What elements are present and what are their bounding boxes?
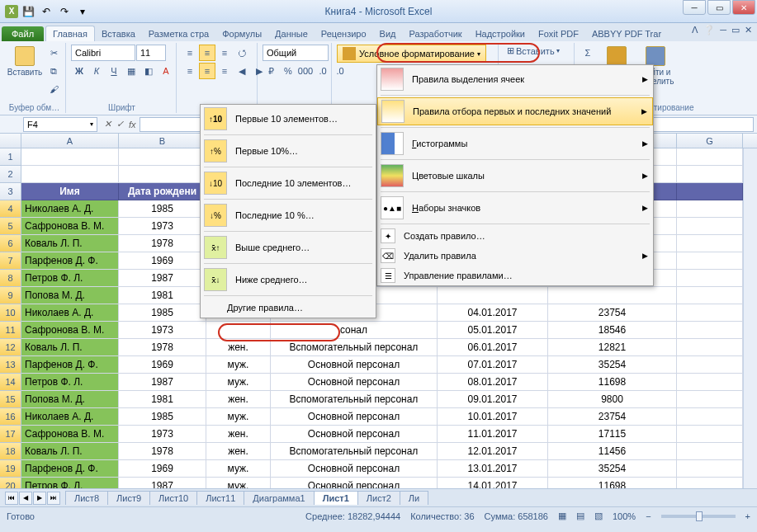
- cell[interactable]: 1973: [119, 218, 206, 235]
- cell[interactable]: 10.01.2017: [438, 408, 548, 426]
- row-header[interactable]: 17: [0, 426, 21, 443]
- conditional-formatting-button[interactable]: Условное форматирование ▾: [337, 45, 486, 63]
- mdi-close-icon[interactable]: ✕: [745, 25, 752, 35]
- menu-new-rule[interactable]: ✦ Создать правило…: [377, 226, 653, 246]
- cell[interactable]: 18546: [548, 322, 677, 339]
- align-right-button[interactable]: ≡: [216, 63, 233, 79]
- cell[interactable]: муж.: [206, 408, 271, 426]
- cell[interactable]: [677, 322, 743, 339]
- percent-button[interactable]: %: [280, 63, 296, 79]
- cell[interactable]: муж.: [206, 478, 271, 488]
- view-pagebreak-icon[interactable]: ▧: [594, 511, 603, 521]
- cell[interactable]: Парфенов Д. Ф.: [21, 356, 119, 374]
- menu-highlight-rules[interactable]: Правила выделения ячеек▶: [377, 65, 653, 93]
- cell[interactable]: Вспомогательный персонал: [271, 391, 438, 408]
- tab-foxit[interactable]: Foxit PDF: [532, 26, 585, 41]
- cell[interactable]: Петров Ф. Л.: [21, 478, 119, 488]
- cell[interactable]: 1978: [119, 443, 206, 460]
- cell[interactable]: [677, 356, 743, 374]
- cell[interactable]: 23754: [548, 304, 677, 322]
- underline-button[interactable]: Ч: [106, 63, 122, 79]
- tab-nav-next[interactable]: ▶: [33, 492, 46, 505]
- cell[interactable]: 11.01.2017: [438, 426, 548, 443]
- number-format-combo[interactable]: Общий: [263, 45, 329, 61]
- zoom-in-button[interactable]: +: [745, 511, 750, 521]
- fx-icon[interactable]: fx: [129, 120, 136, 129]
- cell[interactable]: [206, 322, 271, 339]
- format-painter-button[interactable]: 🖌: [45, 81, 62, 97]
- cell[interactable]: [677, 304, 743, 322]
- save-button[interactable]: 💾: [20, 3, 36, 20]
- cell[interactable]: 1985: [119, 304, 206, 322]
- cell[interactable]: Попова М. Д.: [21, 391, 119, 408]
- italic-button[interactable]: К: [88, 63, 105, 79]
- cell[interactable]: Сафронова В. М.: [21, 218, 119, 235]
- tab-view[interactable]: Вид: [373, 26, 403, 41]
- redo-button[interactable]: ↷: [56, 3, 73, 20]
- tab-review[interactable]: Рецензиро: [315, 26, 373, 41]
- cell[interactable]: Коваль Л. П.: [21, 235, 119, 252]
- zoom-out-button[interactable]: −: [646, 511, 651, 521]
- cell[interactable]: жен.: [206, 426, 271, 443]
- row-header[interactable]: 15: [0, 391, 21, 408]
- border-button[interactable]: ▦: [123, 63, 140, 79]
- cell[interactable]: Сафронова В. М.: [21, 322, 119, 339]
- cell[interactable]: 1969: [119, 252, 206, 270]
- sheet-tab[interactable]: Лист11: [196, 491, 244, 505]
- cell[interactable]: [677, 235, 743, 252]
- sheet-tab[interactable]: Лист10: [149, 491, 197, 505]
- menu-manage-rules[interactable]: ☰ Управление правилами…: [377, 266, 653, 285]
- cell[interactable]: 1973: [119, 426, 206, 443]
- cell[interactable]: Вспомогательный персонал: [271, 443, 438, 460]
- font-name-combo[interactable]: Calibri: [71, 45, 135, 61]
- cell[interactable]: Основной персонал: [271, 426, 438, 443]
- cell[interactable]: 14.01.2017: [438, 478, 548, 488]
- cell[interactable]: 04.01.2017: [438, 304, 548, 322]
- help-icon[interactable]: ❔: [703, 25, 715, 35]
- row-header[interactable]: 3: [0, 183, 21, 200]
- menu-top10-items[interactable]: ↑10 Первые 10 элементов…: [201, 105, 376, 133]
- row-header[interactable]: 16: [0, 408, 21, 426]
- row-header[interactable]: 1: [0, 148, 21, 166]
- cell[interactable]: [548, 287, 677, 304]
- select-all-corner[interactable]: [0, 134, 21, 148]
- indent-dec-button[interactable]: ◀: [234, 63, 250, 79]
- cell[interactable]: [677, 218, 743, 235]
- row-header[interactable]: 19: [0, 460, 21, 478]
- tab-developer[interactable]: Разработчик: [402, 26, 468, 41]
- cell[interactable]: Вспомогательный персонал: [271, 339, 438, 356]
- row-header[interactable]: 8: [0, 270, 21, 287]
- qat-more-icon[interactable]: ▾: [74, 3, 91, 20]
- cell[interactable]: 1987: [119, 374, 206, 391]
- cell[interactable]: 12.01.2017: [438, 443, 548, 460]
- zoom-slider[interactable]: [661, 515, 736, 518]
- sheet-tab-active[interactable]: Лист1: [314, 491, 358, 505]
- tab-addins[interactable]: Надстройки: [469, 26, 532, 41]
- tab-formulas[interactable]: Формулы: [215, 26, 268, 41]
- close-button[interactable]: ✕: [732, 0, 755, 15]
- cell[interactable]: Николаев А. Д.: [21, 408, 119, 426]
- cell[interactable]: 1985: [119, 200, 206, 218]
- copy-button[interactable]: ⧉: [45, 63, 62, 79]
- cell[interactable]: Петров Ф. Л.: [21, 374, 119, 391]
- paste-button[interactable]: Вставить: [7, 45, 43, 78]
- sheet-tab[interactable]: Ли: [400, 491, 428, 505]
- cell[interactable]: [677, 252, 743, 270]
- tab-abbyy[interactable]: ABBYY PDF Trar: [585, 26, 668, 41]
- cell[interactable]: [677, 443, 743, 460]
- cell[interactable]: Сафронова В. М.: [21, 426, 119, 443]
- cell[interactable]: жен.: [206, 391, 271, 408]
- cell[interactable]: 1981: [119, 391, 206, 408]
- autosum-button[interactable]: Σ: [580, 45, 596, 61]
- cell[interactable]: [677, 426, 743, 443]
- cell[interactable]: [677, 478, 743, 488]
- sheet-tab[interactable]: Лист9: [107, 491, 150, 505]
- cell[interactable]: Основной персонал: [271, 478, 438, 488]
- accept-formula-icon[interactable]: ✓: [116, 119, 124, 129]
- mdi-restore-icon[interactable]: ▭: [731, 25, 740, 35]
- currency-button[interactable]: ₽: [263, 63, 279, 79]
- maximize-button[interactable]: ▭: [707, 0, 731, 15]
- align-top-button[interactable]: ≡: [182, 45, 198, 61]
- row-header[interactable]: 14: [0, 374, 21, 391]
- vertical-scrollbar[interactable]: [743, 148, 757, 488]
